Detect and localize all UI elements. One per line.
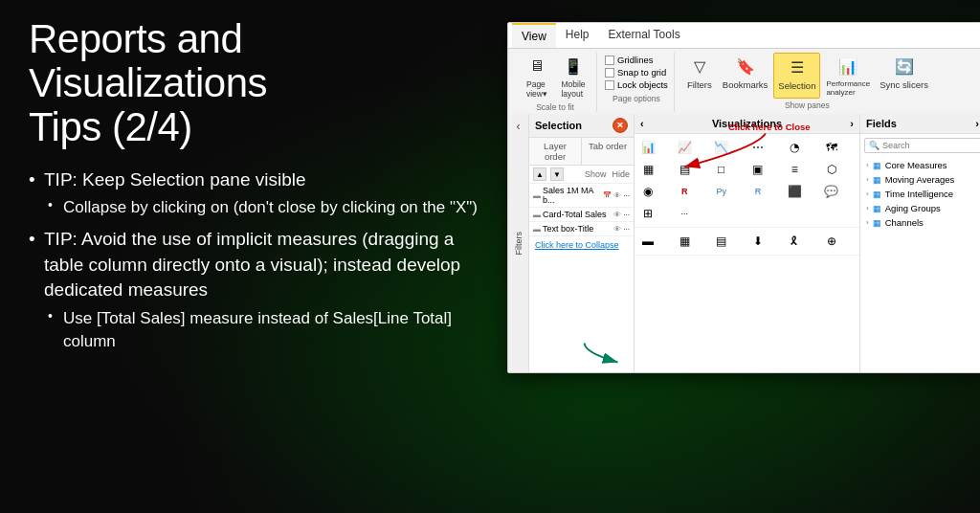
item-icon: ▬ [533, 211, 541, 219]
powerbi-window: View Help External Tools 🖥 Pageview▾ 📱 [507, 22, 980, 373]
selection-item-2[interactable]: ▬ Card-Total Sales 👁 ··· [529, 208, 634, 222]
viz-icon-bar[interactable]: 📊 [637, 137, 658, 158]
list-item: TIP: Keep Selection pane visible Collaps… [29, 167, 488, 219]
show-hide-labels: Show Hide [585, 169, 630, 179]
viz-icon-ribbon[interactable]: 🎗 [784, 231, 805, 252]
selection-icon: ☰ [786, 56, 809, 78]
sync-slicers-button[interactable]: 🔄 Sync slicers [876, 53, 932, 99]
viz-icon-card[interactable]: □ [711, 159, 732, 180]
snap-to-grid-checkbox[interactable]: Snap to grid [605, 67, 668, 78]
fields-expand: › [975, 118, 979, 129]
viz-icon-kpi[interactable]: R [674, 181, 695, 202]
table-icon: ▦ [873, 218, 881, 228]
item-icon: ▬ [533, 225, 541, 234]
selection-button[interactable]: ☰ Selection [773, 53, 820, 99]
filters-button[interactable]: ▽ Filters [682, 53, 717, 99]
viz-icon-scatter[interactable]: ⋯ [747, 137, 768, 158]
viz-icon-multi[interactable]: ▣ [747, 159, 768, 180]
hide-label: Hide [612, 169, 630, 179]
viz-icon-table[interactable]: ▦ [637, 159, 658, 180]
show-panes-label: Show panes [785, 100, 830, 110]
performance-analyzer-button[interactable]: 📊 Performanceanalyzer [822, 53, 874, 99]
sub-list-item: Use [Total Sales] measure instead of Sal… [44, 307, 488, 353]
page-view-button[interactable]: 🖥 Pageview▾ [520, 53, 554, 100]
lock-objects-checkbox[interactable]: Lock objects [605, 79, 668, 90]
viz-icon-gauge[interactable]: ◉ [637, 181, 658, 202]
viz-icon-custom2[interactable]: 💬 [821, 181, 842, 202]
fields-search-box[interactable]: 🔍 [864, 138, 980, 153]
table-icon: ▦ [873, 175, 881, 185]
pane-tabs: Layer order Tab order [529, 138, 634, 166]
filters-icon: ▽ [688, 55, 711, 78]
filters-label: Filters [514, 232, 523, 256]
viz-icon-r[interactable]: R [747, 181, 768, 202]
viz-icon-custom1[interactable]: ⬛ [784, 181, 805, 202]
viz-expand-right: › [850, 118, 854, 129]
viz-icon-pie[interactable]: ◔ [784, 137, 805, 158]
filters-sidebar[interactable]: Filters [508, 114, 529, 372]
viz-icon-funnel[interactable]: ⬡ [821, 159, 842, 180]
list-item: TIP: Avoid the use of implicit measures … [29, 227, 488, 352]
viz-icon-map[interactable]: 🗺 [821, 137, 842, 158]
more-icon: ··· [623, 225, 630, 234]
bookmarks-button[interactable]: 🔖 Bookmarks [719, 53, 772, 99]
lock-label: Lock objects [617, 79, 668, 90]
group-name: Time Intelligence [885, 189, 953, 199]
mobile-layout-button[interactable]: 📱 Mobilelayout [556, 53, 590, 100]
eye-icon: 👁 [613, 191, 621, 200]
expand-arrow: › [866, 161, 869, 169]
viz-icon-more[interactable]: ··· [674, 203, 695, 224]
viz-icon-area[interactable]: 📉 [711, 137, 732, 158]
viz-icon-line[interactable]: 📈 [674, 137, 695, 158]
bullet-text: TIP: Keep Selection pane visible [44, 169, 306, 190]
down-arrow-button[interactable]: ▼ [550, 167, 564, 181]
fields-groups: › ▦ Core Measures › ▦ Moving Averages › … [860, 157, 980, 231]
expand-arrow: › [866, 175, 869, 184]
search-input[interactable] [882, 141, 959, 150]
performance-icon: 📊 [836, 55, 859, 78]
gridlines-label: Gridlines [617, 55, 654, 65]
group-name: Moving Averages [885, 174, 955, 185]
item-name: Text box-Title [543, 224, 593, 234]
up-arrow-button[interactable]: ▲ [533, 167, 546, 181]
fields-group-core-measures[interactable]: › ▦ Core Measures [864, 158, 980, 172]
tab-order-tab[interactable]: Tab order [582, 138, 634, 165]
selection-close-button[interactable]: ✕ [612, 118, 628, 133]
mobile-layout-icon: 📱 [562, 55, 585, 78]
visualizations-pane: ‹ Visualizations › 📊 📈 📉 ⋯ ◔ 🗺 ▦ ▤ [635, 114, 860, 372]
viz-icon-custom3[interactable]: ⊞ [637, 203, 658, 224]
viz-icon-slicer[interactable]: ≡ [784, 159, 805, 180]
viz-icon-waterfall[interactable]: ⬇ [747, 231, 768, 252]
fields-group-aging[interactable]: › ▦ Aging Groups [864, 201, 980, 215]
left-text-panel: Reports and Visualizations Tips (2/4) TI… [29, 17, 488, 503]
viz-icon-matrix[interactable]: ▤ [674, 159, 695, 180]
sub-list-item: Collapse by clicking on (don't close by … [44, 196, 488, 219]
fields-group-time-intelligence[interactable]: › ▦ Time Intelligence [864, 187, 980, 201]
tab-view[interactable]: View [512, 23, 556, 48]
viz-icon-stacked[interactable]: ▦ [674, 231, 695, 252]
ribbon-content: 🖥 Pageview▾ 📱 Mobilelayout Scale to fit [508, 49, 980, 114]
pane-controls: ▲ ▼ Show Hide [529, 166, 634, 184]
snap-label: Snap to grid [617, 67, 666, 78]
selection-pane: Selection ✕ Layer order Tab order ▲ ▼ Sh… [529, 114, 635, 372]
more-icon: ··· [623, 191, 630, 200]
table-icon: ▦ [873, 204, 881, 213]
selection-item-1[interactable]: ▬ Sales 1M MA b... 📅 👁 ··· [529, 184, 634, 208]
viz-icon-clustered[interactable]: ▬ [637, 231, 658, 252]
selection-item-3[interactable]: ▬ Text box-Title 👁 ··· [529, 222, 634, 236]
fields-group-channels[interactable]: › ▦ Channels [864, 215, 980, 230]
tab-external-tools[interactable]: External Tools [598, 23, 689, 48]
viz-icon-decomp[interactable]: ⊕ [821, 231, 842, 252]
tab-help[interactable]: Help [556, 23, 599, 48]
ribbon-group-page-options: Gridlines Snap to grid Lock objects Page… [599, 53, 675, 112]
viz-expand-left: ‹ [640, 118, 644, 129]
viz-icon-py[interactable]: Py [711, 181, 732, 202]
fields-group-moving-averages[interactable]: › ▦ Moving Averages [864, 172, 980, 187]
bullet-list: TIP: Keep Selection pane visible Collaps… [29, 167, 488, 353]
viz-icon-100pct[interactable]: ▤ [711, 231, 732, 252]
expand-arrow: › [866, 204, 869, 212]
gridlines-checkbox[interactable]: Gridlines [605, 55, 668, 65]
viz-icons-grid: 📊 📈 📉 ⋯ ◔ 🗺 ▦ ▤ □ ▣ ≡ ⬡ ◉ R [635, 134, 859, 228]
collapse-link[interactable]: Click here to Collapse [529, 236, 634, 254]
layer-order-tab[interactable]: Layer order [529, 138, 582, 165]
